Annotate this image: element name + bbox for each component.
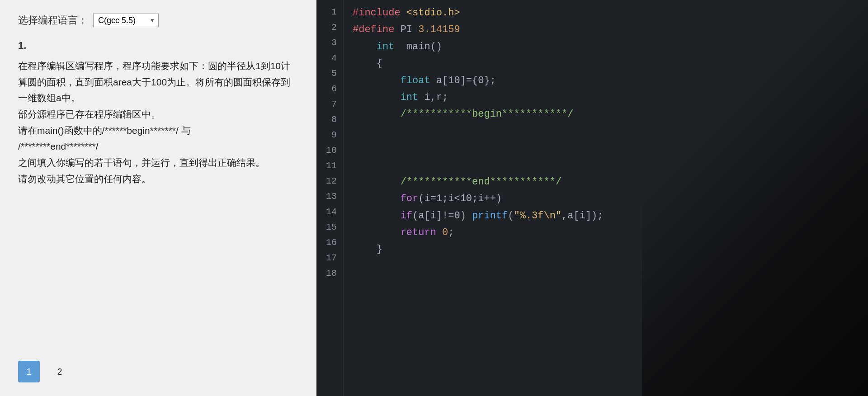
code-line[interactable]: /***********end***********/ xyxy=(353,174,859,190)
code-token: ,a[i]); xyxy=(561,207,603,224)
code-line[interactable]: #define PI 3.14159 xyxy=(353,21,859,38)
problem-number: 1. xyxy=(18,40,298,52)
code-token: 0 xyxy=(442,224,448,241)
line-number: 1 xyxy=(331,5,337,20)
code-line[interactable]: return 0; xyxy=(353,224,859,241)
code-token: (a[i]!=0) xyxy=(412,207,472,224)
code-line[interactable]: { xyxy=(353,55,859,72)
code-line[interactable] xyxy=(353,275,859,292)
language-select-wrapper[interactable]: C(gcc 5.5)C++(gcc 5.5)JavaPython xyxy=(93,14,159,27)
code-token: main() xyxy=(394,38,442,55)
code-token: return xyxy=(401,224,436,241)
code-token: #include xyxy=(353,5,406,21)
code-line[interactable]: } xyxy=(353,241,859,258)
line-number: 5 xyxy=(331,66,337,81)
line-number: 7 xyxy=(331,97,337,112)
line-number: 17 xyxy=(326,250,337,266)
line-number: 10 xyxy=(326,143,337,158)
code-content[interactable]: #include <stdio.h>#define PI 3.14159 int… xyxy=(344,0,868,396)
code-token: if xyxy=(401,207,412,224)
language-select[interactable]: C(gcc 5.5)C++(gcc 5.5)JavaPython xyxy=(93,14,159,27)
left-panel: 选择编程语言： C(gcc 5.5)C++(gcc 5.5)JavaPython… xyxy=(0,0,316,396)
code-token: 3.14159 xyxy=(418,21,460,38)
code-token xyxy=(353,106,401,123)
code-token: <stdio.h> xyxy=(406,5,460,21)
page-2-button[interactable]: 2 xyxy=(49,361,71,382)
code-line[interactable] xyxy=(353,140,859,156)
code-line[interactable]: int i,r; xyxy=(353,89,859,106)
code-token xyxy=(353,72,401,89)
line-number: 6 xyxy=(331,81,337,97)
code-token: ; xyxy=(448,224,454,241)
code-token: /***********end***********/ xyxy=(401,174,561,190)
line-number: 13 xyxy=(326,189,337,204)
line-number: 16 xyxy=(326,235,337,250)
code-token xyxy=(353,89,401,106)
code-token: (i=1;i<10;i++) xyxy=(418,190,502,207)
code-line[interactable] xyxy=(353,258,859,275)
code-line[interactable] xyxy=(353,292,859,309)
code-token: int xyxy=(377,38,395,55)
code-editor[interactable]: 123456789101112131415161718 #include <st… xyxy=(316,0,868,396)
code-line[interactable] xyxy=(353,123,859,140)
line-number: 9 xyxy=(331,127,337,143)
code-token xyxy=(353,207,401,224)
code-token xyxy=(436,224,442,241)
code-token: /***********begin***********/ xyxy=(401,106,574,123)
code-line[interactable] xyxy=(353,157,859,174)
line-number: 14 xyxy=(326,204,337,220)
line-number: 11 xyxy=(326,158,337,174)
code-token: "%.3f\n" xyxy=(514,207,561,224)
code-token: { xyxy=(353,55,382,72)
line-number: 18 xyxy=(326,266,337,281)
code-token xyxy=(353,224,401,241)
code-token: #define xyxy=(353,21,401,38)
code-line[interactable]: if(a[i]!=0) printf("%.3f\n",a[i]); xyxy=(353,207,859,224)
code-line[interactable]: for(i=1;i<10;i++) xyxy=(353,190,859,207)
code-token: int xyxy=(401,89,419,106)
code-token xyxy=(353,174,401,190)
page-1-button[interactable]: 1 xyxy=(18,361,40,382)
line-numbers: 123456789101112131415161718 xyxy=(316,0,344,396)
code-token: PI xyxy=(401,21,419,38)
line-number: 3 xyxy=(331,35,337,51)
language-selector: 选择编程语言： C(gcc 5.5)C++(gcc 5.5)JavaPython xyxy=(18,14,298,27)
code-token: for xyxy=(401,190,419,207)
code-token: a[10]={0}; xyxy=(430,72,496,89)
code-token: printf xyxy=(472,207,508,224)
line-number: 4 xyxy=(331,51,337,66)
right-panel: 123456789101112131415161718 #include <st… xyxy=(316,0,868,396)
code-token: ( xyxy=(508,207,514,224)
code-token: } xyxy=(353,241,382,258)
code-token xyxy=(353,38,377,55)
code-token: float xyxy=(401,72,430,89)
code-line[interactable]: /***********begin***********/ xyxy=(353,106,859,123)
line-number: 12 xyxy=(326,174,337,189)
code-line[interactable]: int main() xyxy=(353,38,859,55)
code-token: i,r; xyxy=(418,89,448,106)
language-label: 选择编程语言： xyxy=(18,14,88,27)
line-number: 8 xyxy=(331,112,337,127)
code-line[interactable]: #include <stdio.h> xyxy=(353,5,859,21)
problem-description: 在程序编辑区编写程序，程序功能要求如下：圆的半径从1到10计算圆的面积，直到面积… xyxy=(18,58,298,187)
code-line[interactable]: float a[10]={0}; xyxy=(353,72,859,89)
line-number: 2 xyxy=(331,20,337,35)
line-number: 15 xyxy=(326,220,337,235)
code-token xyxy=(353,190,401,207)
pagination: 1 2 xyxy=(18,352,298,382)
